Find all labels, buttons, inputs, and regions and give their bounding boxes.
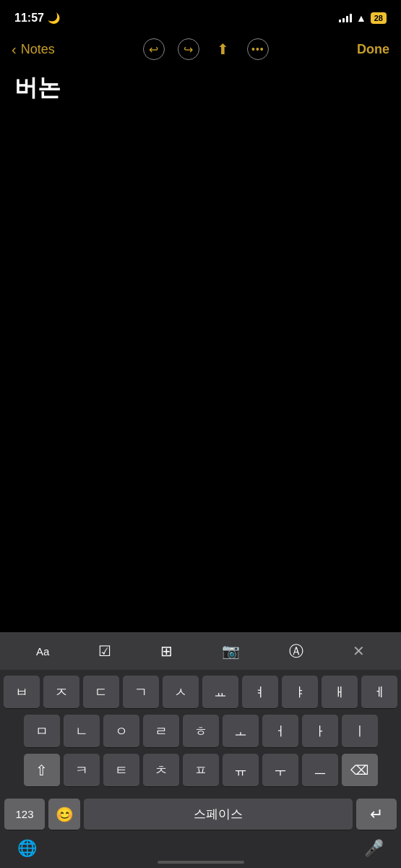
shift-key[interactable]: ⇧ bbox=[24, 754, 60, 787]
note-content-area[interactable]: 버논 bbox=[0, 67, 401, 109]
moon-icon: 🌙 bbox=[48, 12, 60, 24]
key-nieun[interactable]: ㄴ bbox=[64, 715, 100, 748]
toolbar-icons: ↩ ↪ ⬆ ••• bbox=[143, 38, 269, 60]
key-kiyeok-double[interactable]: ㅋ bbox=[64, 754, 100, 787]
key-tieut[interactable]: ㅌ bbox=[103, 754, 139, 787]
key-eo[interactable]: ㅓ bbox=[262, 715, 298, 748]
keyboard-area: Aa ☑ ⊞ 📷 Ⓐ ✕ ㅂ ㅈ ㄷ ㄱ ㅅ ㅛ ㅕ ㅑ ㅐ ㅔ ㅁ ㄴ ㅇ ㄹ… bbox=[0, 632, 401, 868]
key-rows: ㅂ ㅈ ㄷ ㄱ ㅅ ㅛ ㅕ ㅑ ㅐ ㅔ ㅁ ㄴ ㅇ ㄹ ㅎ ㅗ ㅓ ㅏ ㅣ ⇧ … bbox=[0, 670, 401, 796]
share-button[interactable]: ⬆ bbox=[212, 38, 234, 60]
key-i[interactable]: ㅣ bbox=[342, 715, 378, 748]
signal-icon bbox=[339, 14, 352, 22]
key-ieung[interactable]: ㅇ bbox=[103, 715, 139, 748]
redo-button[interactable]: ↪ bbox=[178, 38, 199, 60]
key-ya[interactable]: ㅑ bbox=[282, 676, 318, 709]
chevron-left-icon: ‹ bbox=[12, 41, 17, 58]
key-bieup[interactable]: ㅂ bbox=[4, 676, 40, 709]
key-yeo[interactable]: ㅕ bbox=[242, 676, 278, 709]
key-pieup[interactable]: ㅍ bbox=[183, 754, 219, 787]
globe-key[interactable]: 🌐 bbox=[17, 839, 37, 858]
key-e[interactable]: ㅔ bbox=[361, 676, 397, 709]
key-eu[interactable]: ㅡ bbox=[302, 754, 338, 787]
key-row-3: ⇧ ㅋ ㅌ ㅊ ㅍ ㅠ ㅜ ㅡ ⌫ bbox=[3, 754, 398, 787]
status-time: 11:57 🌙 bbox=[14, 12, 60, 25]
delete-key[interactable]: ⌫ bbox=[342, 754, 378, 787]
back-label: Notes bbox=[21, 42, 55, 57]
key-row-2: ㅁ ㄴ ㅇ ㄹ ㅎ ㅗ ㅓ ㅏ ㅣ bbox=[3, 715, 398, 748]
undo-button[interactable]: ↩ bbox=[143, 38, 165, 60]
redo-icon: ↪ bbox=[184, 43, 193, 56]
key-mieum[interactable]: ㅁ bbox=[24, 715, 60, 748]
key-yu[interactable]: ㅠ bbox=[223, 754, 259, 787]
key-chieut[interactable]: ㅊ bbox=[143, 754, 179, 787]
return-key[interactable]: ↵ bbox=[356, 799, 397, 830]
note-toolbar: ‹ Notes ↩ ↪ ⬆ ••• Done bbox=[0, 32, 401, 67]
keyboard-bottom-row: 123 😊 스페이스 ↵ bbox=[0, 796, 401, 833]
key-a[interactable]: ㅏ bbox=[302, 715, 338, 748]
numbers-key[interactable]: 123 bbox=[4, 799, 45, 830]
space-key[interactable]: 스페이스 bbox=[84, 799, 353, 830]
table-button[interactable]: ⊞ bbox=[160, 642, 173, 660]
key-row-1: ㅂ ㅈ ㄷ ㄱ ㅅ ㅛ ㅕ ㅑ ㅐ ㅔ bbox=[3, 676, 398, 709]
wifi-icon: ▲ bbox=[356, 12, 366, 24]
key-ae[interactable]: ㅐ bbox=[322, 676, 358, 709]
time-display: 11:57 bbox=[14, 12, 44, 25]
pen-button[interactable]: Ⓐ bbox=[289, 642, 303, 661]
microphone-key[interactable]: 🎤 bbox=[364, 839, 384, 858]
emoji-key[interactable]: 😊 bbox=[48, 799, 80, 830]
key-jieut[interactable]: ㅈ bbox=[43, 676, 79, 709]
more-icon: ••• bbox=[251, 43, 264, 55]
checklist-button[interactable]: ☑ bbox=[98, 642, 111, 660]
more-button[interactable]: ••• bbox=[247, 38, 269, 60]
camera-button[interactable]: 📷 bbox=[222, 642, 240, 660]
status-right: ▲ 28 bbox=[339, 12, 387, 24]
battery-indicator: 28 bbox=[371, 12, 387, 24]
back-button[interactable]: ‹ Notes bbox=[12, 41, 55, 58]
share-icon: ⬆ bbox=[217, 41, 229, 58]
key-o[interactable]: ㅗ bbox=[223, 715, 259, 748]
key-rieul[interactable]: ㄹ bbox=[143, 715, 179, 748]
done-button[interactable]: Done bbox=[357, 42, 389, 57]
key-hieut[interactable]: ㅎ bbox=[183, 715, 219, 748]
key-yo[interactable]: ㅛ bbox=[202, 676, 238, 709]
key-giyeok[interactable]: ㄱ bbox=[123, 676, 159, 709]
home-indicator bbox=[158, 861, 244, 864]
key-u[interactable]: ㅜ bbox=[262, 754, 298, 787]
status-bar: 11:57 🌙 ▲ 28 bbox=[0, 0, 401, 32]
key-digeut[interactable]: ㄷ bbox=[83, 676, 119, 709]
key-siot[interactable]: ㅅ bbox=[163, 676, 199, 709]
return-icon: ↵ bbox=[370, 805, 383, 824]
note-title: 버논 bbox=[14, 74, 387, 101]
keyboard-toolbar: Aa ☑ ⊞ 📷 Ⓐ ✕ bbox=[0, 632, 401, 670]
format-text-button[interactable]: Aa bbox=[36, 645, 49, 658]
undo-icon: ↩ bbox=[149, 43, 158, 56]
close-keyboard-button[interactable]: ✕ bbox=[353, 642, 365, 660]
